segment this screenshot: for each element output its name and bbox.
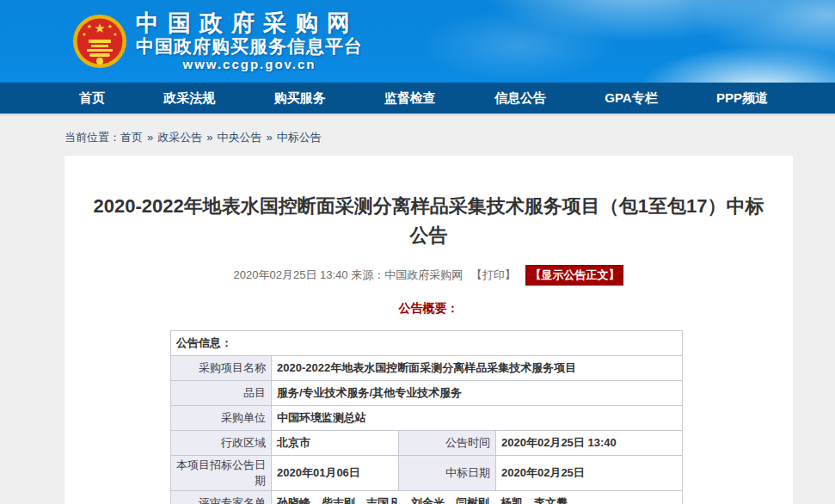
tender-date-label: 本项目招标公告日期 xyxy=(171,456,272,491)
breadcrumb-procurement-announcements[interactable]: 政采公告 xyxy=(157,131,202,144)
nav-item-ppp[interactable]: PPP频道 xyxy=(716,90,768,107)
table-row: 采购单位 中国环境监测总站 xyxy=(171,406,683,431)
nav-item-regulations[interactable]: 政采法规 xyxy=(163,90,215,107)
breadcrumb: 当前位置：首页»政采公告»中央公告»中标公告 xyxy=(0,116,835,156)
table-row: 行政区域 北京市 公告时间 2020年02月25日 13:40 xyxy=(171,431,683,456)
announcement-info-table: 公告信息： 采购项目名称 2020-2022年地表水国控断面采测分离样品采集技术… xyxy=(170,330,683,504)
experts-value: 孙晓峰、柴志刚、吉国凡、刘金光、闫树刚、杨凯、李文攀 xyxy=(272,491,683,504)
breadcrumb-separator: » xyxy=(147,131,153,144)
breadcrumb-separator: » xyxy=(266,131,272,144)
award-date-label: 中标日期 xyxy=(399,456,496,491)
print-button[interactable]: 【打印】 xyxy=(471,268,516,281)
svg-text:★: ★ xyxy=(82,32,86,37)
purchaser-value: 中国环境监测总站 xyxy=(272,406,683,431)
article-meta: 2020年02月25日 13:40 来源：中国政府采购网 【打印】 【显示公告正… xyxy=(64,265,793,286)
main-nav: 首页 政采法规 购买服务 监督检查 信息公告 GPA专栏 PPP频道 xyxy=(0,83,835,116)
category-value: 服务/专业技术服务/其他专业技术服务 xyxy=(272,381,683,406)
national-emblem-logo: ★ ★ ★ ★ ★ xyxy=(72,14,127,69)
category-label: 品目 xyxy=(171,381,272,406)
site-banner: ★ ★ ★ ★ ★ 中国政府采购网 中国政府购买服务信息平台 www.ccgp.… xyxy=(0,0,835,83)
purchaser-label: 采购单位 xyxy=(171,406,272,431)
site-subtitle: 中国政府购买服务信息平台 xyxy=(136,36,363,57)
breadcrumb-label: 当前位置： xyxy=(64,131,120,144)
award-date-value: 2020年02月25日 xyxy=(496,456,683,491)
breadcrumb-award-announcements[interactable]: 中标公告 xyxy=(277,131,322,144)
site-url: www.ccgp.gov.cn xyxy=(136,57,363,71)
nav-item-purchase-services[interactable]: 购买服务 xyxy=(274,90,326,107)
article-title: 2020-2022年地表水国控断面采测分离样品采集技术服务项目（包1至包17）中… xyxy=(64,192,793,250)
site-title: 中国政府采购网 xyxy=(136,11,363,35)
nav-item-home[interactable]: 首页 xyxy=(79,90,105,107)
table-row: 公告信息： xyxy=(171,331,683,356)
region-label: 行政区域 xyxy=(171,431,272,456)
summary-heading: 公告概要： xyxy=(64,301,793,317)
table-row: 品目 服务/专业技术服务/其他专业技术服务 xyxy=(171,381,683,406)
show-announcement-body-button[interactable]: 【显示公告正文】 xyxy=(525,265,623,286)
tender-date-value: 2020年01月06日 xyxy=(272,456,399,491)
nav-item-announcements[interactable]: 信息公告 xyxy=(494,90,546,107)
nav-item-supervision[interactable]: 监督检查 xyxy=(384,90,436,107)
svg-text:★: ★ xyxy=(94,21,105,35)
table-row: 采购项目名称 2020-2022年地表水国控断面采测分离样品采集技术服务项目 xyxy=(171,356,683,381)
table-row: 本项目招标公告日期 2020年01月06日 中标日期 2020年02月25日 xyxy=(171,456,683,491)
announce-time-label: 公告时间 xyxy=(399,431,496,456)
project-name-label: 采购项目名称 xyxy=(171,356,272,381)
svg-text:★: ★ xyxy=(107,23,113,29)
experts-label: 评审专家名单 xyxy=(171,491,272,504)
table-row: 评审专家名单 孙晓峰、柴志刚、吉国凡、刘金光、闫树刚、杨凯、李文攀 xyxy=(171,491,683,504)
breadcrumb-central-announcements[interactable]: 中央公告 xyxy=(217,131,261,144)
content-panel: 2020-2022年地表水国控断面采测分离样品采集技术服务项目（包1至包17）中… xyxy=(64,156,793,504)
breadcrumb-home[interactable]: 首页 xyxy=(120,131,143,144)
publish-date: 2020年02月25日 13:40 xyxy=(234,268,348,281)
svg-text:★: ★ xyxy=(113,32,117,37)
svg-text:★: ★ xyxy=(87,23,92,29)
article-source: 来源：中国政府采购网 xyxy=(351,268,463,281)
project-name-value: 2020-2022年地表水国控断面采测分离样品采集技术服务项目 xyxy=(272,356,683,381)
breadcrumb-separator: » xyxy=(206,131,212,144)
nav-item-gpa[interactable]: GPA专栏 xyxy=(605,90,657,107)
table-header-cell: 公告信息： xyxy=(171,331,683,356)
region-value: 北京市 xyxy=(272,431,399,456)
announce-time-value: 2020年02月25日 13:40 xyxy=(496,431,683,456)
